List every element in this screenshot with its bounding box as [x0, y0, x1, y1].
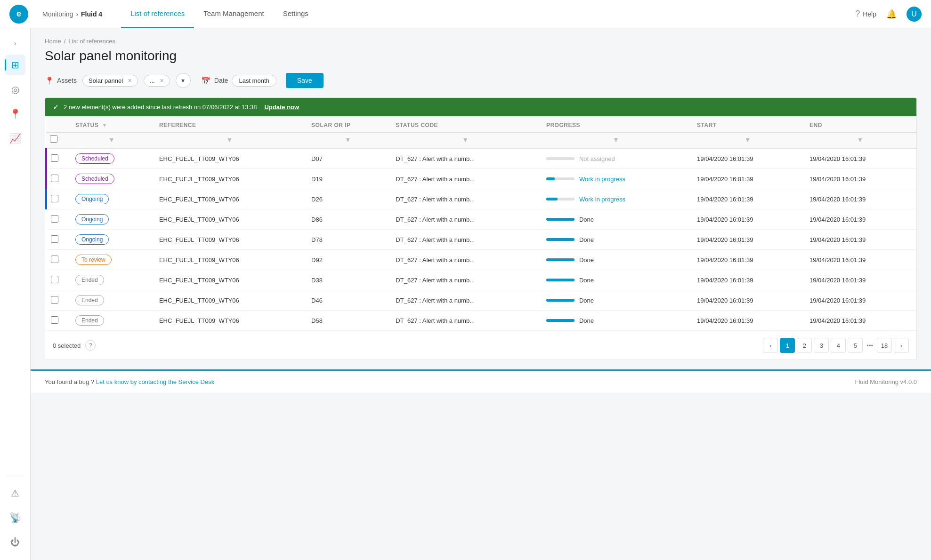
- row-checkbox[interactable]: [51, 256, 58, 263]
- start-date-cell: 19/04/2020 16:01:39: [691, 209, 804, 230]
- row-checkbox[interactable]: [51, 296, 58, 304]
- save-button[interactable]: Save: [286, 73, 324, 88]
- row-checkbox[interactable]: [51, 215, 58, 223]
- progress-bar-fill: [546, 279, 575, 281]
- table-filter-row: ▼ ▼ ▼ ▼ ▼ ▼ ▼: [46, 133, 916, 148]
- pagination-page-18[interactable]: 18: [877, 338, 892, 353]
- end-date-cell: 19/04/2020 16:01:39: [804, 189, 916, 209]
- status-code-cell: DT_627 : Alert with a numb...: [390, 290, 541, 311]
- sidebar-item-chart[interactable]: 📈: [5, 128, 25, 149]
- statuscode-column-filter[interactable]: ▼: [396, 136, 535, 144]
- table-header-row: STATUS ▾ REFERENCE SOLAR OR IP STATUS CO…: [46, 116, 916, 133]
- pagination-page-1[interactable]: 1: [780, 338, 795, 353]
- breadcrumb: Home / List of references: [45, 38, 917, 45]
- pagination-page-4[interactable]: 4: [831, 338, 846, 353]
- solar-ip-cell: D07: [306, 148, 390, 169]
- help-button[interactable]: ? Help: [855, 9, 876, 19]
- more-filter-close[interactable]: ✕: [160, 78, 164, 84]
- filters-bar: 📍 Assets Solar pannel ✕ ... ✕ ▾ 📅 Date: [45, 73, 917, 88]
- end-date-cell: 19/04/2020 16:01:39: [804, 311, 916, 331]
- row-checkbox[interactable]: [51, 316, 58, 324]
- page-title: Solar panel monitoring: [45, 48, 917, 64]
- progress-bar-track: [546, 218, 575, 221]
- sidebar-item-warning[interactable]: ⚠: [5, 483, 25, 504]
- progress-bar-fill: [546, 299, 575, 302]
- start-date-cell: 19/04/2020 16:01:39: [691, 189, 804, 209]
- row-checkbox[interactable]: [51, 175, 58, 182]
- status-code-cell: DT_627 : Alert with a numb...: [390, 148, 541, 169]
- pagination-page-2[interactable]: 2: [797, 338, 812, 353]
- analytics-icon: ◎: [11, 84, 19, 95]
- solar-ip-cell: D46: [306, 290, 390, 311]
- th-status-code: STATUS CODE: [390, 116, 541, 133]
- status-badge: Scheduled: [75, 174, 114, 184]
- status-badge: Ended: [75, 295, 104, 305]
- progress-cell: Work in progress: [541, 189, 691, 209]
- reference-cell: EHC_FUEJL_TT009_WTY06: [154, 230, 306, 250]
- chart-icon: 📈: [9, 133, 21, 144]
- progress-bar-fill: [546, 177, 555, 180]
- status-column-filter[interactable]: ▼: [75, 136, 148, 144]
- sidebar-item-signal[interactable]: 📡: [5, 507, 25, 528]
- solar-panel-filter-close[interactable]: ✕: [128, 78, 132, 84]
- progress-label: Not assigned: [579, 155, 615, 162]
- sidebar-expand-button[interactable]: ›: [0, 36, 30, 51]
- sidebar-item-power[interactable]: ⏻: [5, 532, 25, 552]
- help-circle-button[interactable]: ?: [85, 340, 96, 351]
- tab-list-of-references[interactable]: List of references: [121, 0, 194, 28]
- pagination-next[interactable]: ›: [894, 338, 909, 353]
- tab-settings[interactable]: Settings: [274, 0, 318, 28]
- sidebar-item-location[interactable]: 📍: [5, 104, 25, 124]
- sidebar-item-dashboard[interactable]: ⊞: [5, 55, 25, 75]
- status-filter-icon[interactable]: ▾: [103, 122, 106, 128]
- progress-cell: Done: [541, 270, 691, 290]
- end-date-cell: 19/04/2020 16:01:39: [804, 290, 916, 311]
- notifications-button[interactable]: 🔔: [884, 7, 899, 22]
- row-checkbox[interactable]: [51, 276, 58, 283]
- table-row: ScheduledEHC_FUEJL_TT009_WTY06D19DT_627 …: [46, 169, 916, 189]
- more-filter-tag[interactable]: ... ✕: [144, 75, 170, 87]
- pagination-page-3[interactable]: 3: [814, 338, 829, 353]
- end-date-cell: 19/04/2020 16:01:39: [804, 270, 916, 290]
- update-now-link[interactable]: Update now: [264, 104, 299, 111]
- fluid4-link[interactable]: Fluid 4: [81, 10, 102, 18]
- app-logo[interactable]: e: [9, 5, 28, 24]
- pagination-prev[interactable]: ‹: [763, 338, 778, 353]
- select-all-checkbox[interactable]: [50, 135, 57, 143]
- row-checkbox[interactable]: [51, 195, 58, 202]
- top-navigation: e Monitoring › Fluid 4 List of reference…: [0, 0, 931, 28]
- sidebar-item-analytics[interactable]: ◎: [5, 79, 25, 100]
- status-badge: Scheduled: [75, 153, 114, 164]
- last-month-filter-tag[interactable]: Last month: [232, 75, 276, 87]
- start-column-filter[interactable]: ▼: [697, 136, 798, 144]
- solar-panel-filter-tag[interactable]: Solar pannel ✕: [82, 75, 138, 87]
- tab-team-management[interactable]: Team Management: [194, 0, 273, 28]
- pagination-page-5[interactable]: 5: [848, 338, 863, 353]
- filter-dropdown-button[interactable]: ▾: [176, 73, 191, 88]
- reference-column-filter[interactable]: ▼: [159, 136, 300, 144]
- end-column-filter[interactable]: ▼: [810, 136, 911, 144]
- reference-cell: EHC_FUEJL_TT009_WTY06: [154, 169, 306, 189]
- start-date-cell: 19/04/2020 16:01:39: [691, 169, 804, 189]
- status-badge: Ended: [75, 315, 104, 326]
- breadcrumb-home[interactable]: Home: [45, 38, 61, 45]
- notification-bar: ✓ 2 new element(s) were added since last…: [45, 98, 916, 116]
- progress-bar-track: [546, 279, 575, 281]
- row-checkbox[interactable]: [51, 154, 58, 162]
- pin-icon: 📍: [45, 76, 54, 85]
- progress-bar-track: [546, 198, 575, 200]
- monitoring-link[interactable]: Monitoring: [42, 10, 73, 18]
- progress-cell: Done: [541, 230, 691, 250]
- status-badge: Ongoing: [75, 234, 109, 245]
- service-desk-link[interactable]: Let us know by contacting the Service De…: [96, 378, 214, 385]
- progress-column-filter[interactable]: ▼: [546, 136, 686, 144]
- row-checkbox[interactable]: [51, 235, 58, 243]
- version-label: Fluid Monitoring v4.0.0: [855, 378, 917, 385]
- end-date-cell: 19/04/2020 16:01:39: [804, 250, 916, 270]
- assets-filter-label: 📍 Assets: [45, 76, 77, 85]
- solar-column-filter[interactable]: ▼: [311, 136, 384, 144]
- status-code-cell: DT_627 : Alert with a numb...: [390, 189, 541, 209]
- user-avatar[interactable]: U: [907, 7, 922, 22]
- status-badge: Ongoing: [75, 214, 109, 224]
- solar-ip-cell: D26: [306, 189, 390, 209]
